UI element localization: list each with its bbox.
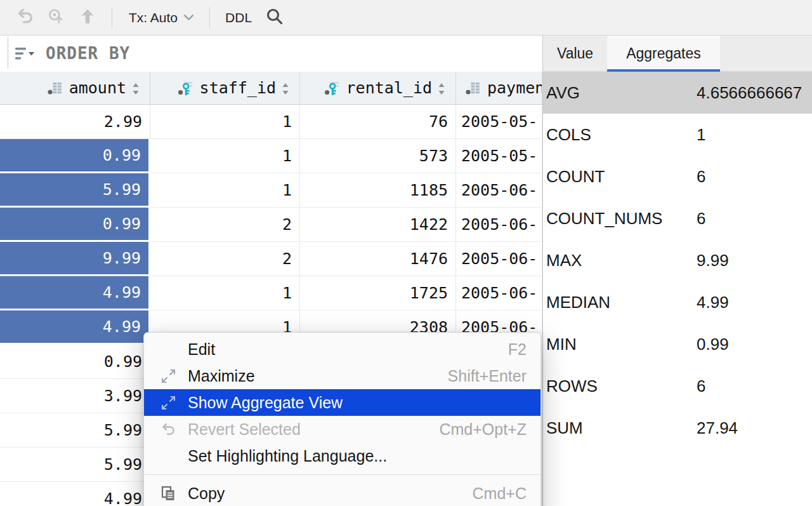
tab-value[interactable]: Value: [543, 36, 607, 71]
datagrip-data-editor: { "toolbar": { "tx_label": "Tx: Auto", "…: [0, 0, 812, 506]
aggregate-row-avg[interactable]: AVG4.6566666667: [543, 72, 812, 114]
tab-aggregates[interactable]: Aggregates: [607, 36, 720, 71]
tx-mode-selector[interactable]: Tx: Auto: [129, 10, 194, 25]
column-header-paymen[interactable]: paymen: [456, 72, 542, 104]
column-label: paymen: [487, 79, 542, 97]
toolbar-separator: [112, 7, 112, 29]
table-row: 4.99117252005-06-: [0, 276, 542, 310]
aggregate-value: 9.99: [697, 251, 812, 270]
cell-rental_id[interactable]: 1185: [300, 173, 456, 208]
cell-rental_id[interactable]: 1476: [300, 242, 456, 276]
cell-staff_id[interactable]: 1: [150, 276, 300, 310]
menu-item-copy[interactable]: CopyCmd+C: [144, 480, 540, 506]
column-header-staff-id[interactable]: staff_id: [150, 72, 300, 104]
aggregate-row-median[interactable]: MEDIAN4.99: [543, 281, 812, 323]
key-icon: [178, 80, 194, 97]
menu-item-set-highlighting-language[interactable]: Set Highlighting Language...: [144, 443, 540, 469]
aggregate-value: 4.99: [697, 293, 812, 312]
cell-amount[interactable]: 4.99: [0, 482, 150, 506]
menu-item-label: Copy: [181, 484, 473, 503]
cell-payment[interactable]: 2005-06-: [456, 208, 542, 242]
preview-changes-button[interactable]: [46, 8, 66, 28]
filter-icon[interactable]: [15, 46, 36, 62]
undo-button[interactable]: [15, 8, 36, 28]
expand-icon: [160, 368, 177, 385]
aggregate-value: 0.99: [697, 335, 812, 354]
aggregate-value: 4.6566666667: [697, 83, 812, 103]
aggregate-row-count-nums[interactable]: COUNT_NUMS6: [543, 197, 812, 239]
toolbar: Tx: Auto DDL: [0, 0, 812, 36]
aggregate-value: 6: [697, 167, 812, 187]
menu-item-maximize[interactable]: MaximizeShift+Enter: [144, 363, 540, 389]
chevron-down-icon: [183, 14, 194, 21]
cell-amount[interactable]: 0.99: [0, 139, 150, 173]
cell-amount[interactable]: 5.99: [0, 173, 150, 208]
cell-rental_id[interactable]: 573: [300, 139, 456, 173]
menu-separator: [145, 474, 540, 475]
aggregate-row-count[interactable]: COUNT6: [543, 156, 812, 197]
menu-item-edit[interactable]: EditF2: [144, 336, 540, 363]
aggregate-row-rows[interactable]: ROWS6: [543, 365, 812, 407]
aggregate-row-min[interactable]: MIN0.99: [543, 323, 812, 365]
table-row: 5.99111852005-06-: [0, 173, 542, 208]
cell-amount[interactable]: 0.99: [0, 208, 150, 242]
menu-icon-spacer: [160, 341, 177, 358]
tab-label: Value: [557, 45, 593, 62]
aggregate-row-max[interactable]: MAX9.99: [543, 239, 812, 281]
column-header-amount[interactable]: amount: [0, 72, 150, 104]
cell-amount[interactable]: 9.99: [0, 242, 150, 276]
table-column-icon: [465, 80, 481, 97]
menu-item-label: Maximize: [181, 367, 448, 385]
sort-arrows-icon: [282, 81, 289, 95]
cell-staff_id[interactable]: 2: [150, 208, 300, 242]
cell-rental_id[interactable]: 1725: [300, 276, 456, 310]
cell-staff_id[interactable]: 1: [150, 105, 300, 139]
table-row: 9.99214762005-06-: [0, 242, 542, 276]
cell-amount[interactable]: 5.99: [0, 413, 150, 448]
aggregate-row-sum[interactable]: SUM27.94: [543, 407, 812, 449]
context-menu: EditF2MaximizeShift+EnterShow Aggregate …: [143, 332, 541, 506]
cell-amount[interactable]: 3.99: [0, 379, 150, 413]
cell-rental_id[interactable]: 1422: [300, 208, 456, 242]
menu-item-show-aggregate-view[interactable]: Show Aggregate View: [144, 389, 540, 416]
cell-amount[interactable]: 5.99: [0, 448, 150, 482]
aggregate-row-cols[interactable]: COLS1: [543, 114, 812, 156]
menu-item-label: Show Aggregate View: [181, 394, 527, 412]
filter-query-text: ORDER BY: [46, 36, 130, 72]
copy-icon: [160, 485, 177, 502]
cell-amount[interactable]: 2.99: [0, 105, 150, 139]
search-button[interactable]: [265, 8, 285, 28]
gutter-line: [8, 37, 8, 69]
sort-arrows-icon: [438, 81, 445, 95]
aggregate-name: COUNT: [543, 167, 697, 187]
cell-amount[interactable]: 4.99: [0, 310, 150, 345]
grid-header-row: amountstaff_idrental_idpaymen: [0, 72, 542, 105]
aggregate-name: AVG: [543, 83, 697, 103]
aggregate-value: 1: [697, 125, 812, 145]
submit-button[interactable]: [77, 8, 98, 28]
cell-payment[interactable]: 2005-05-: [456, 105, 542, 139]
tx-mode-label: Tx: Auto: [129, 10, 178, 25]
cell-payment[interactable]: 2005-06-: [456, 242, 542, 276]
menu-item-label: Revert Selected: [181, 420, 439, 439]
cell-staff_id[interactable]: 1: [150, 173, 300, 208]
column-label: staff_id: [200, 79, 276, 97]
filter-bar[interactable]: ORDER BY: [0, 36, 542, 72]
aggregate-value: 6: [697, 209, 812, 229]
value-editor-panel: ValueAggregates AVG4.6566666667COLS1COUN…: [542, 36, 812, 506]
column-header-rental-id[interactable]: rental_id: [300, 72, 456, 104]
menu-item-revert-selected[interactable]: Revert SelectedCmd+Opt+Z: [144, 416, 540, 443]
cell-payment[interactable]: 2005-05-: [456, 139, 542, 173]
cell-payment[interactable]: 2005-06-: [456, 276, 542, 310]
cell-staff_id[interactable]: 2: [150, 242, 300, 276]
search-icon: [265, 7, 284, 29]
menu-item-label: Set Highlighting Language...: [181, 447, 527, 465]
cell-amount[interactable]: 0.99: [0, 345, 150, 379]
cell-payment[interactable]: 2005-06-: [456, 173, 542, 208]
ddl-button[interactable]: DDL: [225, 10, 252, 25]
aggregate-name: COLS: [543, 125, 697, 145]
cell-staff_id[interactable]: 1: [150, 139, 300, 173]
column-label: amount: [69, 79, 126, 97]
cell-amount[interactable]: 4.99: [0, 276, 150, 310]
cell-rental_id[interactable]: 76: [300, 105, 456, 139]
